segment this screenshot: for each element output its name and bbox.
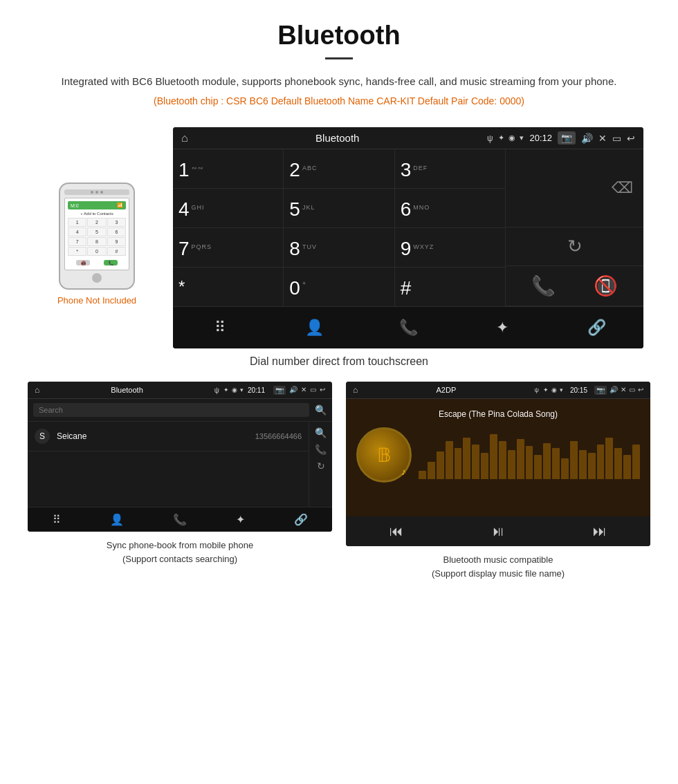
phone-bottom-bar: 📵 📞 bbox=[68, 259, 126, 267]
home-icon[interactable]: ⌂ bbox=[181, 132, 188, 144]
dial-sub-7: PQRS bbox=[192, 243, 212, 250]
nav-dialpad-btn[interactable]: ⠿ bbox=[203, 314, 237, 342]
music-album-art: 𝔹 ♪ bbox=[356, 427, 412, 483]
phone-home-btn bbox=[92, 273, 102, 283]
eq-bar bbox=[632, 445, 640, 479]
music-cam-icon[interactable]: 📷 bbox=[594, 386, 607, 395]
dial-num-1: 1 bbox=[178, 160, 190, 180]
page-description: Integrated with BC6 Bluetooth module, su… bbox=[28, 73, 650, 90]
pb-nav-contacts-active-btn[interactable]: 👤 bbox=[110, 513, 124, 526]
phone-top-bar bbox=[64, 189, 129, 195]
eq-bar bbox=[588, 453, 596, 479]
eq-bar bbox=[419, 471, 426, 479]
pb-vol-icon[interactable]: 🔊 bbox=[289, 386, 297, 395]
eq-bar bbox=[472, 445, 479, 479]
phonebook-caption: Sync phone-book from mobile phone (Suppo… bbox=[28, 539, 332, 566]
camera-icon[interactable]: 📷 bbox=[558, 131, 576, 144]
pb-close-icon[interactable]: ✕ bbox=[301, 386, 306, 395]
pb-search-input[interactable] bbox=[33, 403, 309, 417]
nav-link-btn[interactable]: 🔗 bbox=[579, 314, 614, 342]
music-prev-btn[interactable]: ⏮ bbox=[390, 523, 403, 539]
pb-contact-row[interactable]: S Seicane 13566664466 bbox=[28, 422, 309, 451]
pb-nav-bt-btn[interactable]: ✦ bbox=[236, 513, 245, 526]
eq-bar bbox=[508, 450, 515, 479]
pb-right-refresh-icon[interactable]: ↻ bbox=[317, 460, 325, 472]
pb-right-call-icon[interactable]: 📞 bbox=[315, 444, 327, 455]
pb-cam-icon[interactable]: 📷 bbox=[273, 386, 286, 395]
music-home-icon[interactable]: ⌂ bbox=[353, 385, 358, 395]
nav-contacts-btn[interactable]: 👤 bbox=[297, 314, 331, 342]
pb-time: 20:11 bbox=[248, 386, 265, 394]
nav-phone-btn[interactable]: 📞 bbox=[391, 314, 425, 342]
dial-key-4[interactable]: 4 GHI bbox=[173, 189, 284, 227]
dial-row-4: * 0 + # bbox=[173, 268, 505, 306]
pb-search-icon[interactable]: 🔍 bbox=[315, 404, 327, 416]
pb-right-search-icon[interactable]: 🔍 bbox=[315, 427, 327, 438]
music-next-btn[interactable]: ⏭ bbox=[593, 523, 607, 539]
dial-key-hash[interactable]: # bbox=[395, 268, 505, 306]
music-vol-icon[interactable]: 🔊 bbox=[610, 386, 618, 395]
pb-nav-link-btn[interactable]: 🔗 bbox=[294, 513, 308, 526]
dial-sub-3: DEF bbox=[413, 165, 428, 171]
eq-bar bbox=[561, 458, 569, 479]
backspace-icon[interactable]: ⌫ bbox=[612, 179, 633, 197]
dial-key-star[interactable]: * bbox=[173, 268, 284, 306]
phone-dot bbox=[91, 191, 93, 194]
pb-back-icon[interactable]: ↩ bbox=[320, 386, 325, 395]
status-right-icons: 📷 🔊 ✕ ▭ ↩ bbox=[558, 131, 635, 144]
nav-bluetooth-btn[interactable]: ✦ bbox=[485, 314, 520, 342]
back-icon[interactable]: ↩ bbox=[627, 133, 635, 144]
pb-usb-icon: ψ bbox=[214, 386, 219, 394]
pb-nav-dialpad-btn[interactable]: ⠿ bbox=[53, 513, 61, 526]
pb-win-icon[interactable]: ▭ bbox=[310, 386, 316, 395]
dial-key-5[interactable]: 5 JKL bbox=[284, 189, 394, 227]
dial-key-6[interactable]: 6 MNO bbox=[395, 189, 505, 227]
dial-key-2[interactable]: 2 ABC bbox=[284, 149, 394, 188]
pb-right-icons: 🔍 📞 ↻ bbox=[309, 422, 332, 507]
pb-wifi-icon: ▾ bbox=[240, 386, 244, 393]
phone-screen: M:0📶 + Add to Contacts 123 456 789 *0# 📵… bbox=[64, 198, 129, 270]
status-icons: ✦ ◉ ▾ bbox=[498, 133, 524, 142]
close-icon[interactable]: ✕ bbox=[598, 133, 607, 144]
phonebook-card: ⌂ Bluetooth ψ ✦ ◉ ▾ 20:11 📷 🔊 ✕ ▭ ↩ bbox=[28, 382, 332, 580]
dial-key-0[interactable]: 0 + bbox=[284, 268, 394, 306]
music-back-icon[interactable]: ↩ bbox=[638, 386, 643, 395]
bluetooth-status-icon: ✦ bbox=[498, 133, 504, 142]
call-end-button[interactable]: 📵 bbox=[594, 274, 618, 297]
dial-num-5: 5 bbox=[289, 200, 300, 219]
dial-display-row: ⌫ bbox=[506, 149, 643, 227]
dial-right-panel: ⌫ ↻ 📞 📵 bbox=[505, 149, 643, 306]
pb-nav-phone-btn[interactable]: 📞 bbox=[173, 513, 187, 526]
eq-bar bbox=[543, 443, 551, 479]
dial-sub-6: MNO bbox=[413, 204, 430, 211]
dial-key-7[interactable]: 7 PQRS bbox=[173, 228, 284, 267]
dial-row-2: 4 GHI 5 JKL 6 MNO bbox=[173, 189, 505, 228]
dial-key-8[interactable]: 8 TUV bbox=[284, 228, 394, 267]
dial-sub-0: + bbox=[302, 280, 306, 287]
music-close-icon[interactable]: ✕ bbox=[621, 386, 626, 395]
dial-sub-8: TUV bbox=[302, 243, 317, 250]
wifi-icon: ▾ bbox=[520, 133, 524, 142]
dial-key-3[interactable]: 3 DEF bbox=[395, 149, 505, 188]
music-win-icon[interactable]: ▭ bbox=[629, 386, 635, 395]
dial-key-9[interactable]: 9 WXYZ bbox=[395, 228, 505, 267]
music-play-pause-btn[interactable]: ⏯ bbox=[491, 523, 505, 539]
music-caption-sub: (Support display music file name) bbox=[432, 568, 565, 579]
dial-key-1[interactable]: 1 ∾∾ bbox=[173, 149, 284, 188]
dial-num-4: 4 bbox=[178, 200, 190, 219]
dial-grid-area: 1 ∾∾ 2 ABC 3 DEF 4 GHI bbox=[173, 149, 505, 306]
bottom-section: ⌂ Bluetooth ψ ✦ ◉ ▾ 20:11 📷 🔊 ✕ ▭ ↩ bbox=[0, 382, 678, 580]
phone-green-bar: M:0📶 bbox=[68, 201, 126, 209]
eq-bar bbox=[597, 445, 605, 479]
refresh-icon[interactable]: ↻ bbox=[567, 236, 583, 257]
dial-sub-5: JKL bbox=[302, 204, 315, 211]
volume-icon[interactable]: 🔊 bbox=[581, 133, 593, 144]
dial-num-9: 9 bbox=[401, 239, 412, 259]
dial-sub-2: ABC bbox=[302, 165, 318, 171]
pb-home-icon[interactable]: ⌂ bbox=[35, 385, 39, 395]
window-icon[interactable]: ▭ bbox=[612, 133, 621, 144]
call-answer-button[interactable]: 📞 bbox=[531, 274, 556, 297]
pb-empty-area bbox=[28, 451, 309, 507]
music-album-area: 𝔹 ♪ bbox=[356, 427, 640, 483]
pb-search-bar: 🔍 bbox=[28, 399, 332, 422]
